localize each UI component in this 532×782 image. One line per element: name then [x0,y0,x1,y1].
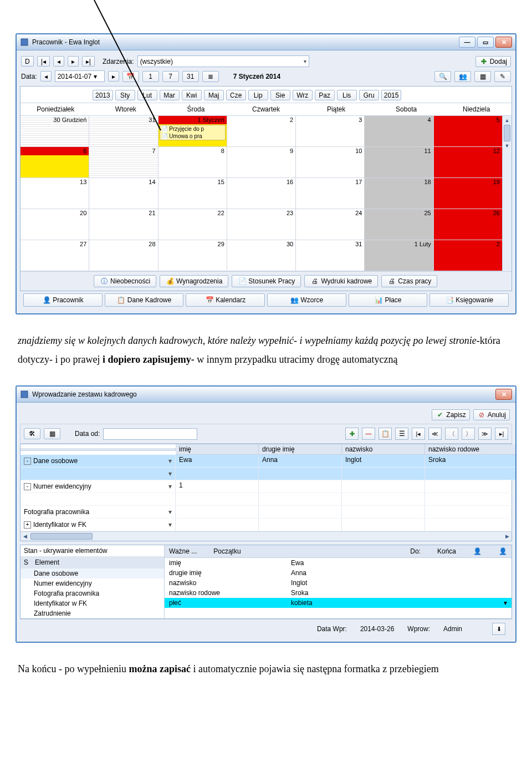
close-button-2[interactable]: ✕ [495,389,512,400]
scroll-thumb[interactable] [504,125,510,141]
grid-mode-button[interactable]: ▦ [44,428,60,439]
calendar-cell[interactable]: 26 [434,209,503,240]
footer-down-button[interactable]: ⬇ [492,623,505,635]
view-1-button[interactable]: 1 [142,71,159,82]
element-item[interactable]: Zatrudnienie [21,608,164,618]
detail-row[interactable]: nazwiskoInglot [165,578,511,588]
date-input[interactable]: 2014-01-07 ▾ [55,70,105,82]
calendar-cell[interactable]: 8 [158,147,227,178]
grid-row[interactable]: Fotografia pracownika ▾ [21,506,511,519]
nav-next-button[interactable]: ▸ [68,56,79,67]
calendar-cell[interactable]: 27 [21,240,89,271]
month-paz[interactable]: Paz [315,90,335,100]
calendar-cell[interactable]: 11 [365,147,433,178]
calendar-cell[interactable]: 13 [21,178,89,209]
tab-place[interactable]: 📊Płace [349,293,428,307]
detail-button[interactable]: ☰ [395,428,408,440]
nav-first-button[interactable]: |◂ [37,56,50,67]
month-kwi[interactable]: Kwi [182,90,202,100]
calendar-cell[interactable]: 31 [296,240,365,271]
detail-row[interactable]: płećkobieta▾ [165,598,511,608]
calendar-cell[interactable]: 10 [296,147,365,178]
d-button[interactable]: D [21,56,34,67]
month-lip[interactable]: Lip [248,90,268,100]
calendar-cell[interactable]: 2 [434,240,503,271]
person-red-icon[interactable]: 👤 [498,547,507,556]
calendar-cell[interactable]: 7 [89,147,158,178]
calendar-cell[interactable]: 2 [227,116,296,147]
copy-button[interactable]: 📋 [378,428,392,440]
calendar-cell[interactable]: 4 [365,116,433,147]
hscroll-thumb[interactable] [30,533,93,540]
remove-row-button[interactable]: — [362,428,375,440]
tree-toggle[interactable]: - [24,458,31,465]
hr-prints-button[interactable]: 🖨Wydruki kadrowe [304,275,378,287]
calendar-cell[interactable]: 17 [296,178,365,209]
month-gru[interactable]: Gru [359,90,379,100]
detail-row[interactable]: drugie imięAnna [165,568,511,578]
calendar-cell[interactable]: 18 [365,178,433,209]
calendar-icon-button[interactable]: 📅 [122,71,139,82]
scroll-right-icon[interactable]: ▶ [503,534,511,539]
tab-ksiegowanie[interactable]: 📑Księgowanie [429,293,509,307]
grid-row[interactable]: -Dane osobowe ▾EwaAnnaInglotSrokako [21,455,511,468]
absences-button[interactable]: ⓘNieobecności [94,275,156,287]
nav-fastnext-2[interactable]: ≫ [478,428,492,440]
calendar-cell[interactable]: 5 [434,116,503,147]
year-prev-button[interactable]: 2013 [93,90,113,100]
calendar-cell[interactable]: 23 [227,209,296,240]
add-row-button[interactable]: ✚ [345,428,359,440]
calendar-cell[interactable]: 22 [158,209,227,240]
calendar-cell[interactable]: 31 [89,116,158,147]
calendar-cell[interactable]: 16 [227,178,296,209]
grid-row[interactable]: ▾ [21,468,511,480]
grid-row[interactable] [21,493,511,506]
grid-hscroll[interactable]: ◀ ▶ [21,531,511,541]
element-item[interactable]: Fotografia pracownika [21,588,164,598]
month-wrz[interactable]: Wrz [293,90,313,100]
month-maj[interactable]: Maj [204,90,224,100]
worktime-button[interactable]: 🖨Czas pracy [381,275,437,287]
nav-prev-button[interactable]: ◂ [53,56,64,67]
element-item[interactable]: Identyfikator w FK [21,598,164,608]
calendar-cell[interactable]: 15 [158,178,227,209]
tab-pracownik[interactable]: 👤Pracownik [23,293,103,307]
calendar-grid[interactable]: 30 Grudzień311 Styczeń📄 Przyjęcie do p📄 … [21,116,503,271]
nav-next-2[interactable]: 〉 [462,428,475,440]
save-button[interactable]: ✔Zapisz [432,409,469,420]
calendar-cell[interactable]: 19 [434,178,503,209]
element-item[interactable]: Dane osobowe [21,568,164,578]
events-combo[interactable]: (wszystkie) ▾ [137,55,309,67]
date-prev-button[interactable]: ◂ [40,71,52,82]
close-button[interactable]: ✕ [495,37,512,48]
calendar-cell[interactable]: 1 Styczeń📄 Przyjęcie do p📄 Umowa o pra [158,116,227,147]
date-from-input[interactable] [103,428,197,440]
tab-wzorce[interactable]: 👥Wzorce [267,293,346,307]
scroll-down-icon[interactable]: ▼ [503,141,511,150]
calendar-cell[interactable]: 29 [158,240,227,271]
maximize-button[interactable]: ▭ [477,37,494,48]
calendar-cell[interactable]: 9 [227,147,296,178]
month-cze[interactable]: Cze [226,90,246,100]
employment-button[interactable]: 📄Stosunek Pracy [232,275,301,287]
tool-2-button[interactable]: ▦ [474,71,491,82]
calendar-cell[interactable]: 12 [434,147,503,178]
calendar-cell[interactable]: 28 [89,240,158,271]
salary-button[interactable]: 💰Wynagrodzenia [160,275,228,287]
nav-prev-2[interactable]: 〈 [445,428,458,440]
tree-toggle[interactable]: + [24,521,31,529]
add-button[interactable]: ✚ Dodaj [475,56,511,67]
scroll-left-icon[interactable]: ◀ [21,534,29,539]
calendar-cell[interactable]: 30 [227,240,296,271]
calendar-cell[interactable]: 21 [89,209,158,240]
nav-last-2[interactable]: ▸| [495,428,508,440]
detail-row[interactable]: imięEwa [165,558,511,568]
month-lut[interactable]: Lut [137,90,157,100]
search-button[interactable]: 🔍 [434,71,451,82]
calendar-cell[interactable]: 24 [296,209,365,240]
calendar-cell[interactable]: 25 [365,209,433,240]
grid-row[interactable]: +Identyfikator w FK ▾ [21,519,511,531]
calendar-scrollbar[interactable]: ▲ ▼ [502,116,511,271]
tool-1-button[interactable]: 👥 [454,71,471,82]
detail-row[interactable]: nazwisko rodoweSroka [165,588,511,598]
